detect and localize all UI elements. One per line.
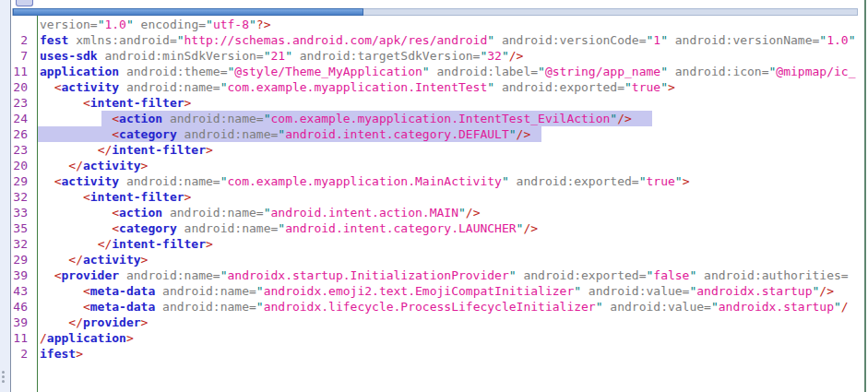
code-line[interactable]: 2fest xmlns:android="http://schemas.andr… xyxy=(12,32,864,48)
code-text: <action android:name="android.intent.act… xyxy=(37,205,864,220)
xml-code-editor[interactable]: version="1.0" encoding="utf-8"?>2fest xm… xyxy=(12,17,864,386)
line-number: 46 xyxy=(12,299,37,315)
line-number: 20 xyxy=(12,158,37,173)
code-line[interactable]: version="1.0" encoding="utf-8"?> xyxy=(12,17,864,32)
line-number: 11 xyxy=(12,64,37,79)
line-number: 23 xyxy=(12,95,37,111)
code-text: </provider> xyxy=(37,315,864,330)
code-line[interactable]: 26 <category android:name="android.inten… xyxy=(12,126,864,142)
line-number: 29 xyxy=(12,252,37,267)
code-text: <provider android:name="androidx.startup… xyxy=(37,267,864,283)
line-number: 24 xyxy=(12,111,37,126)
code-text: <intent-filter> xyxy=(37,95,864,111)
code-text: uses-sdk android:minSdkVersion="21" andr… xyxy=(37,48,864,64)
line-number: 33 xyxy=(12,205,37,220)
line-number: 26 xyxy=(12,126,37,142)
code-line[interactable]: 29 </activity> xyxy=(12,252,864,267)
code-line[interactable]: 20 <activity android:name="com.example.m… xyxy=(12,79,864,95)
line-number: 32 xyxy=(12,236,37,252)
code-text: <meta-data android:name="androidx.lifecy… xyxy=(37,299,864,315)
line-number: 39 xyxy=(12,267,37,283)
code-text: <action android:name="com.example.myappl… xyxy=(37,111,864,126)
code-line[interactable]: 23 <intent-filter> xyxy=(12,95,864,111)
code-text: </intent-filter> xyxy=(37,236,864,252)
horizontal-scrollbar[interactable] xyxy=(12,8,858,16)
code-text: <meta-data android:name="androidx.emoji2… xyxy=(37,283,864,299)
code-line[interactable]: 24 <action android:name="com.example.mya… xyxy=(12,111,864,126)
code-line[interactable]: 46 <meta-data android:name="androidx.lif… xyxy=(12,299,864,315)
code-text: </activity> xyxy=(37,252,864,267)
left-tool-strip xyxy=(0,0,11,392)
horizontal-scrollbar-thumb[interactable] xyxy=(13,8,363,16)
code-line[interactable]: 11/application> xyxy=(12,330,864,346)
code-text: /application> xyxy=(37,330,864,346)
code-text: <activity android:name="com.example.myap… xyxy=(37,173,864,189)
line-number: 32 xyxy=(12,189,37,205)
code-text: ifest> xyxy=(37,346,864,362)
code-lines: version="1.0" encoding="utf-8"?>2fest xm… xyxy=(12,17,864,362)
top-partial-button[interactable] xyxy=(16,0,33,6)
code-line[interactable]: 32 <intent-filter> xyxy=(12,189,864,205)
code-line[interactable]: 23 </intent-filter> xyxy=(12,142,864,158)
code-line[interactable]: 43 <meta-data android:name="androidx.emo… xyxy=(12,283,864,299)
code-text: version="1.0" encoding="utf-8"?> xyxy=(37,17,864,32)
code-line[interactable]: 39 <provider android:name="androidx.star… xyxy=(12,267,864,283)
code-text: <activity android:name="com.example.myap… xyxy=(37,79,864,95)
code-line[interactable]: 35 <category android:name="android.inten… xyxy=(12,220,864,236)
line-number: 39 xyxy=(12,315,37,330)
line-number: 2 xyxy=(12,32,37,48)
code-line[interactable]: 20 </activity> xyxy=(12,158,864,173)
line-number: 7 xyxy=(12,48,37,64)
code-text: <category android:name="android.intent.c… xyxy=(37,220,864,236)
code-line[interactable]: 7uses-sdk android:minSdkVersion="21" and… xyxy=(12,48,864,64)
line-number: 2 xyxy=(12,346,37,362)
code-line[interactable]: 2ifest> xyxy=(12,346,864,362)
code-text: </activity> xyxy=(37,158,864,173)
code-text: </intent-filter> xyxy=(37,142,864,158)
code-line[interactable]: 29 <activity android:name="com.example.m… xyxy=(12,173,864,189)
code-line[interactable]: 39 </provider> xyxy=(12,315,864,330)
code-line[interactable]: 32 </intent-filter> xyxy=(12,236,864,252)
code-line[interactable]: 11application android:theme="@style/Them… xyxy=(12,64,864,79)
line-number: 35 xyxy=(12,220,37,236)
code-text: <category android:name="android.intent.c… xyxy=(37,126,864,142)
code-text: application android:theme="@style/Theme_… xyxy=(37,64,864,79)
editor-right-border xyxy=(864,0,866,392)
line-number: 29 xyxy=(12,173,37,189)
code-line[interactable]: 33 <action android:name="android.intent.… xyxy=(12,205,864,220)
line-number: 20 xyxy=(12,79,37,95)
line-number: 23 xyxy=(12,142,37,158)
code-text: fest xmlns:android="http://schemas.andro… xyxy=(37,32,864,48)
code-text: <intent-filter> xyxy=(37,189,864,205)
resize-grip-icon[interactable] xyxy=(2,369,7,384)
line-number: 43 xyxy=(12,283,37,299)
line-number: 11 xyxy=(12,330,37,346)
